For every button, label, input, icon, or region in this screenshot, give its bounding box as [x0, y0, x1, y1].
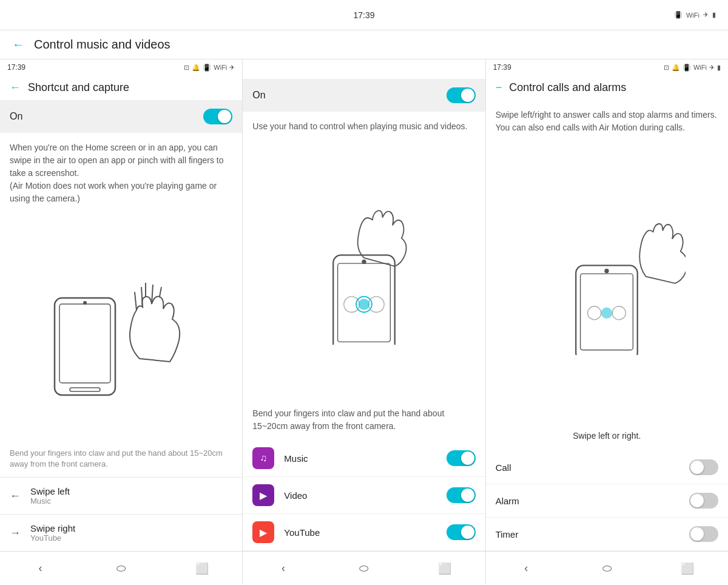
youtube-app-name: YouTube: [284, 527, 446, 538]
alarm-timer-label: Timer: [496, 529, 519, 539]
video-toggle[interactable]: [447, 487, 476, 503]
panel-left-illustration: [0, 214, 242, 443]
panel-right-dash: −: [496, 81, 502, 94]
home-button-left[interactable]: ⬭: [110, 558, 132, 580]
alarm-toggle-knob: [690, 494, 704, 507]
panel-middle-toggle-label: On: [252, 90, 265, 101]
swipe-right-sub: YouTube: [30, 533, 75, 543]
panel-right-time: 17:39: [493, 63, 511, 72]
youtube-toggle[interactable]: [447, 524, 476, 540]
panel-left: 17:39 ⊡ 🔔 📳 WiFi ✈ ← Shortcut and captur…: [0, 59, 243, 551]
panel-left-description: When you're on the Home screen or in an …: [0, 133, 242, 214]
recents-button-middle[interactable]: ⬜: [434, 558, 456, 580]
panel-left-title: Shortcut and capture: [28, 81, 129, 94]
panel-left-back[interactable]: ←: [10, 81, 21, 94]
youtube-app-icon: ▶: [252, 521, 274, 543]
music-toggle[interactable]: [447, 450, 476, 466]
app-item-video: ▶ Video: [243, 477, 485, 514]
alarm-alarm-label: Alarm: [496, 496, 519, 506]
panel-right-description: Swipe left/right to answer calls and sto…: [486, 100, 728, 143]
top-status-icons: 📳 WiFi ✈ ▮: [674, 11, 716, 19]
call-toggle[interactable]: [689, 459, 718, 475]
home-button-middle[interactable]: ⬭: [353, 558, 375, 580]
alarm-call-label: Call: [496, 462, 511, 473]
panel-middle-illustration: [243, 141, 485, 402]
top-time: 17:39: [353, 10, 374, 20]
recents-button-left[interactable]: ⬜: [191, 558, 213, 580]
swipe-right-arrow: →: [10, 527, 21, 539]
panel-left-toggle[interactable]: [203, 109, 232, 124]
pl-icon1: ⊡: [184, 64, 189, 72]
svg-line-4: [135, 292, 136, 310]
pr-icon1: ⊡: [664, 64, 669, 72]
panel-left-toggle-row: On: [0, 100, 242, 133]
panel-left-status-icons: ⊡ 🔔 📳 WiFi ✈: [184, 64, 235, 72]
back-button-right[interactable]: ‹: [515, 558, 537, 580]
panel-middle-content: Use your hand to control when playing mu…: [243, 112, 485, 551]
pl-icon2: 🔔: [192, 64, 200, 72]
pr-battery: ▮: [717, 64, 721, 72]
pr-icon2: 🔔: [672, 64, 680, 72]
bottom-nav: ‹ ⬭ ⬜ ‹ ⬭ ⬜ ‹ ⬭ ⬜: [0, 551, 728, 585]
recents-button-right[interactable]: ⬜: [676, 558, 698, 580]
svg-point-18: [605, 268, 609, 272]
swipe-right-label: Swipe right: [30, 523, 75, 533]
panel-right-title: Control calls and alarms: [509, 81, 626, 94]
alarm-toggle[interactable]: [689, 493, 718, 509]
bottom-nav-middle: ‹ ⬭ ⬜: [243, 552, 485, 585]
app-item-youtube: ▶ YouTube: [243, 514, 485, 551]
youtube-icon-glyph: ▶: [260, 527, 267, 538]
panel-right-header: − Control calls and alarms: [486, 75, 728, 100]
svg-point-12: [344, 297, 360, 313]
video-icon-glyph: ▶: [260, 490, 267, 501]
panel-right: 17:39 ⊡ 🔔 📳 WiFi ✈ ▮ − Control calls and…: [486, 59, 728, 551]
panel-right-illustration: [486, 143, 728, 421]
panel-middle-toggle[interactable]: [447, 87, 476, 103]
panel-middle-status: [243, 59, 485, 67]
svg-point-14: [368, 297, 384, 313]
home-button-right[interactable]: ⬭: [596, 558, 618, 580]
pr-vibrate: 📳: [682, 64, 691, 72]
vibrate-icon: 📳: [674, 11, 682, 19]
video-toggle-knob: [461, 489, 474, 502]
pr-airplane: ✈: [709, 64, 715, 72]
panel-left-time: 17:39: [7, 63, 25, 72]
nav-item-swipe-right[interactable]: → Swipe right YouTube: [0, 514, 242, 551]
alarm-item-call: Call: [486, 451, 728, 484]
wifi-icon: WiFi: [686, 12, 699, 19]
svg-point-20: [588, 306, 601, 319]
panel-left-toggle-knob: [218, 110, 231, 123]
main-back-button[interactable]: ←: [12, 38, 24, 52]
panel-right-content: Swipe left/right to answer calls and sto…: [486, 100, 728, 551]
airplane-icon: ✈: [703, 11, 709, 19]
timer-toggle[interactable]: [689, 526, 718, 542]
swipe-left-label: Swipe left: [30, 486, 70, 496]
panel-left-content: When you're on the Home screen or in an …: [0, 133, 242, 551]
hand-swipe-svg: [36, 249, 206, 407]
music-app-name: Music: [284, 453, 446, 464]
alarm-item-alarm: Alarm: [486, 484, 728, 518]
pl-airplane: ✈: [229, 64, 235, 72]
alarm-item-timer: Timer: [486, 518, 728, 551]
panel-left-status: 17:39 ⊡ 🔔 📳 WiFi ✈: [0, 59, 242, 75]
music-app-icon: ♫: [252, 447, 274, 469]
svg-point-11: [362, 260, 366, 264]
claw-phone-svg: [285, 199, 443, 345]
back-button-middle[interactable]: ‹: [272, 558, 294, 580]
panel-right-status: 17:39 ⊡ 🔔 📳 WiFi ✈ ▮: [486, 59, 728, 75]
svg-point-21: [613, 306, 626, 319]
svg-rect-1: [59, 304, 110, 383]
pr-wifi: WiFi: [693, 64, 707, 71]
page-title-row: ← Control music and videos: [0, 30, 728, 59]
nav-item-swipe-left[interactable]: ← Swipe left Music: [0, 477, 242, 514]
top-header: 17:39 📳 WiFi ✈ ▮: [0, 0, 728, 30]
panel-middle-header: [243, 67, 485, 79]
call-toggle-knob: [690, 461, 704, 474]
svg-point-2: [83, 301, 87, 305]
bottom-nav-right: ‹ ⬭ ⬜: [486, 552, 728, 585]
panel-middle-description: Use your hand to control when playing mu…: [243, 112, 485, 141]
back-button-left[interactable]: ‹: [30, 558, 52, 580]
bottom-nav-left: ‹ ⬭ ⬜: [0, 552, 243, 585]
panel-left-header: ← Shortcut and capture: [0, 75, 242, 100]
svg-rect-0: [55, 298, 115, 395]
